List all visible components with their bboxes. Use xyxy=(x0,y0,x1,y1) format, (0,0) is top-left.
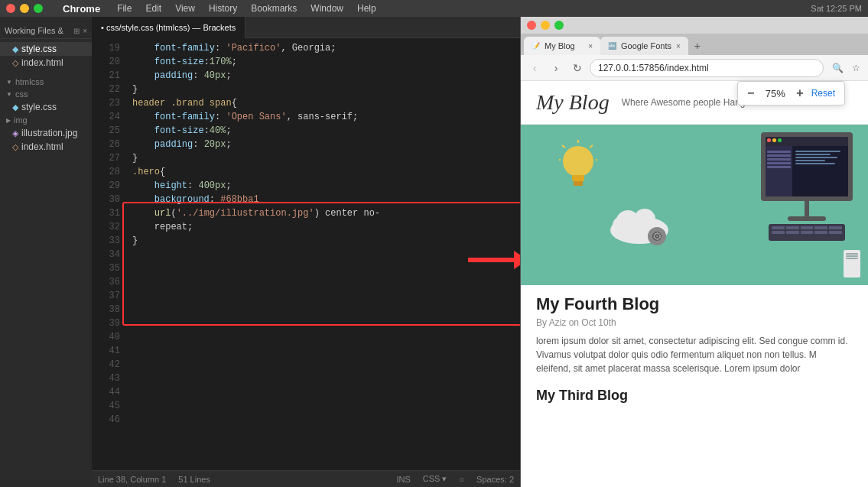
sidebar-file-label2: index.html xyxy=(21,57,63,68)
new-tab-btn[interactable]: + xyxy=(688,37,707,55)
post1-meta: By Aziz on Oct 10th xyxy=(536,317,853,328)
browser-toolbar: ‹ › ↻ 127.0.0.1:57856/index.html 🔍 ☆ − 7… xyxy=(521,55,868,81)
keyboard-row2 xyxy=(772,231,842,234)
tab-close-myblog[interactable]: × xyxy=(588,42,593,50)
spaces-label[interactable]: Spaces: 2 xyxy=(476,475,514,484)
htmlcss-folder[interactable]: ▼ htmlcss xyxy=(0,76,92,88)
sidebar-tree-index-html[interactable]: ◇ index.html xyxy=(0,140,92,154)
zoom-popup: − 75% + Reset xyxy=(737,81,845,106)
dot-green xyxy=(778,138,782,142)
sidebar-tree-style-css[interactable]: ◆ style.css xyxy=(0,100,92,114)
tab-close-fonts[interactable]: × xyxy=(676,42,681,50)
menu-bookmarks[interactable]: Bookmarks xyxy=(251,3,297,14)
editor-content[interactable]: 1920212223 2425262728 2930313233 3435363… xyxy=(92,38,520,470)
folder-arrow: ▼ xyxy=(6,79,12,86)
browser-max[interactable] xyxy=(554,21,564,30)
sidebar: Working Files & ⊞ × ◆ style.css ◇ index.… xyxy=(0,17,92,487)
svg-point-10 xyxy=(634,209,655,230)
c-line5 xyxy=(795,163,835,164)
post1-excerpt: lorem ipsum dolor sit amet, consectetur … xyxy=(536,334,853,375)
menu-view[interactable]: View xyxy=(175,3,195,14)
screen-dots xyxy=(767,138,782,142)
reload-button[interactable]: ↻ xyxy=(568,59,587,77)
star-icon[interactable]: ☆ xyxy=(848,60,863,76)
bulb-svg xyxy=(559,140,597,193)
img-folder-arrow: ▶ xyxy=(6,117,11,124)
menu-history[interactable]: History xyxy=(209,3,237,14)
insert-mode: INS xyxy=(396,475,410,484)
sidebar-item-style-css[interactable]: ◆ style.css xyxy=(0,42,92,56)
blog-logo: My Blog xyxy=(536,90,610,115)
s-line3 xyxy=(767,158,791,161)
editor-tab-bar: • css/style.css (htmlcss) — Brackets xyxy=(92,17,520,38)
zoom-reset[interactable]: Reset xyxy=(811,88,835,99)
keyboard-row1 xyxy=(772,226,842,229)
d1 xyxy=(846,253,858,255)
language-mode[interactable]: CSS ▾ xyxy=(423,474,447,484)
c-line3 xyxy=(795,157,837,158)
menu-edit[interactable]: Edit xyxy=(145,3,161,14)
img-file-label: illustration.jpg xyxy=(21,128,77,138)
screen-sidebar xyxy=(766,146,792,201)
doc1 xyxy=(844,250,860,278)
svg-text:⚙: ⚙ xyxy=(652,230,662,242)
sidebar-item-index-html[interactable]: ◇ index.html xyxy=(0,56,92,70)
s-line2 xyxy=(767,154,791,157)
close-btn[interactable] xyxy=(6,4,15,13)
browser-panel: 📝 My Blog × 🔤 Google Fonts × + ‹ › ↻ 127… xyxy=(520,17,868,487)
svg-line-6 xyxy=(562,145,565,148)
editor-tab-active[interactable]: • css/style.css (htmlcss) — Brackets xyxy=(92,17,245,38)
browser-close[interactable] xyxy=(527,21,536,30)
zoom-minus[interactable]: − xyxy=(747,86,754,100)
css-folder[interactable]: ▼ css xyxy=(0,88,92,100)
sidebar-icons: ⊞ × xyxy=(73,27,87,35)
key6 xyxy=(772,231,785,234)
screen-content xyxy=(792,146,848,201)
tab-label-fonts: Google Fonts xyxy=(621,41,671,50)
working-files-label: Working Files & xyxy=(5,26,63,35)
address-bar[interactable]: 127.0.0.1:57856/index.html xyxy=(590,59,824,77)
status-bar: Line 38, Column 1 51 Lines INS CSS ▾ ○ S… xyxy=(92,470,520,487)
menu-window[interactable]: Window xyxy=(310,3,343,14)
svg-rect-2 xyxy=(574,181,583,186)
cloud-svg: ⚙ xyxy=(605,193,674,247)
img-folder[interactable]: ▶ img xyxy=(0,114,92,126)
menu-file[interactable]: File xyxy=(117,3,132,14)
maximize-btn[interactable] xyxy=(34,4,43,13)
line-count: 51 Lines xyxy=(178,475,210,484)
s-line1 xyxy=(767,151,791,153)
key3 xyxy=(801,226,814,229)
monitor-screen xyxy=(761,132,853,201)
sidebar-tree-illustration[interactable]: ◈ illustration.jpg xyxy=(0,126,92,140)
img-icon: ◈ xyxy=(12,128,18,138)
doc-stack xyxy=(844,250,860,278)
status-right: INS CSS ▾ ○ Spaces: 2 xyxy=(396,474,514,484)
sidebar-file-label: style.css xyxy=(21,44,57,54)
browser-tab-myblog[interactable]: 📝 My Blog × xyxy=(524,37,600,55)
zoom-value: 75% xyxy=(762,88,788,99)
zoom-plus[interactable]: + xyxy=(796,86,803,100)
browser-min[interactable] xyxy=(541,21,550,30)
browser-tab-fonts[interactable]: 🔤 Google Fonts × xyxy=(600,37,688,55)
html-file-icon: ◇ xyxy=(12,58,18,68)
toolbar-icons: 🔍 ☆ xyxy=(830,60,863,76)
cursor-position: Line 38, Column 1 xyxy=(98,475,166,484)
line-numbers: 1920212223 2425262728 2930313233 3435363… xyxy=(92,38,126,470)
cloud-illustration: ⚙ xyxy=(605,193,674,247)
svg-point-0 xyxy=(563,146,593,177)
sidebar-icon-2: × xyxy=(83,27,87,35)
code-editor[interactable]: font-family: 'Pacifico', Georgia; font-s… xyxy=(126,38,520,470)
svg-line-4 xyxy=(590,145,593,148)
browser-content[interactable]: My Blog Where Awesome people Hangout xyxy=(521,81,868,487)
search-icon[interactable]: 🔍 xyxy=(830,60,845,76)
tree-index-label: index.html xyxy=(21,141,63,152)
blog-body: My Fourth Blog By Aziz on Oct 10th lorem… xyxy=(521,285,868,413)
key4 xyxy=(814,226,827,229)
back-button[interactable]: ‹ xyxy=(525,59,544,77)
s-line4 xyxy=(767,162,791,164)
browser-tabs: 📝 My Blog × 🔤 Google Fonts × + xyxy=(521,34,868,55)
menu-help[interactable]: Help xyxy=(357,3,376,14)
forward-button[interactable]: › xyxy=(547,59,565,77)
minimize-btn[interactable] xyxy=(20,4,29,13)
img-label: img xyxy=(14,115,28,125)
